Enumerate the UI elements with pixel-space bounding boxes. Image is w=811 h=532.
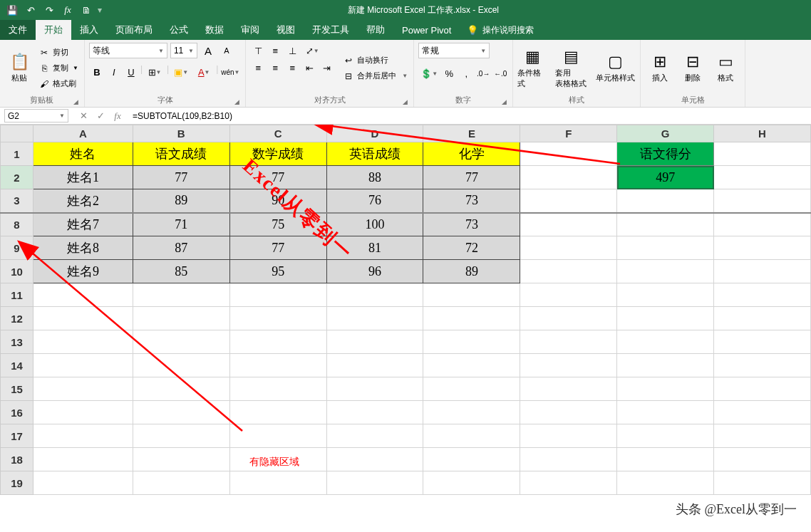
decrease-indent-button[interactable]: ⇤ xyxy=(301,60,317,75)
font-size-dropdown[interactable]: 11▼ xyxy=(170,43,197,58)
underline-button[interactable]: U xyxy=(123,64,139,80)
cell-H17[interactable] xyxy=(714,424,811,448)
tell-me-search[interactable]: 💡 操作说明搜索 xyxy=(467,20,534,40)
cell-styles-button[interactable]: ▢单元格样式 xyxy=(594,43,636,93)
increase-decimal-button[interactable]: .0→ xyxy=(475,66,491,81)
cell-D1[interactable]: 英语成绩 xyxy=(326,142,423,166)
cell-G10[interactable] xyxy=(617,260,714,283)
cell-C9[interactable]: 77 xyxy=(229,236,326,260)
cell-H12[interactable] xyxy=(714,307,811,330)
cell-C2[interactable]: 77 xyxy=(229,166,326,189)
cell-D16[interactable] xyxy=(326,401,423,424)
accept-formula-button[interactable]: ✓ xyxy=(93,110,108,121)
border-button[interactable]: ⊞▼ xyxy=(144,64,165,80)
cell-C8[interactable]: 75 xyxy=(229,213,326,236)
cell-E3[interactable]: 73 xyxy=(423,189,520,213)
cell-G14[interactable] xyxy=(617,354,714,377)
delete-cells-button[interactable]: ⊟删除 xyxy=(678,43,708,93)
col-head-B[interactable]: B xyxy=(133,125,229,142)
undo-button[interactable]: ↶ xyxy=(23,2,38,18)
cell-C14[interactable] xyxy=(229,354,326,377)
align-right-button[interactable]: ≡ xyxy=(284,60,300,75)
cell-B1[interactable]: 语文成绩 xyxy=(133,142,229,166)
col-head-A[interactable]: A xyxy=(33,125,133,142)
cell-H19[interactable] xyxy=(714,471,811,495)
cell-H13[interactable] xyxy=(714,330,811,354)
format-cells-button[interactable]: ▭格式 xyxy=(711,43,740,93)
insert-function-button[interactable]: fx xyxy=(110,110,125,122)
cell-A11[interactable] xyxy=(33,283,133,307)
cell-E17[interactable] xyxy=(423,424,520,448)
select-all-corner[interactable] xyxy=(1,125,33,142)
cell-G12[interactable] xyxy=(617,307,714,330)
cell-B8[interactable]: 71 xyxy=(133,213,229,236)
cell-F19[interactable] xyxy=(520,471,617,495)
cell-C3[interactable]: 90 xyxy=(229,189,326,213)
cell-A15[interactable] xyxy=(33,377,133,401)
cell-F16[interactable] xyxy=(520,401,617,424)
cell-C11[interactable] xyxy=(229,283,326,307)
cell-C10[interactable]: 95 xyxy=(229,260,326,283)
cell-H1[interactable] xyxy=(714,142,811,166)
tab-data[interactable]: 数据 xyxy=(197,20,232,40)
cell-A14[interactable] xyxy=(33,354,133,377)
tab-review[interactable]: 审阅 xyxy=(232,20,268,40)
cell-E9[interactable]: 72 xyxy=(423,236,520,260)
redo-button[interactable]: ↷ xyxy=(41,2,57,18)
cell-F11[interactable] xyxy=(520,283,617,307)
cell-D18[interactable] xyxy=(326,448,423,471)
cell-H3[interactable] xyxy=(714,189,811,213)
tab-developer[interactable]: 开发工具 xyxy=(304,20,358,40)
cell-F18[interactable] xyxy=(520,448,617,471)
qat-more-icon[interactable]: ▾ xyxy=(97,5,103,15)
row-head-11[interactable]: 11 xyxy=(1,283,33,307)
row-head-3[interactable]: 3 xyxy=(1,189,33,213)
cell-G9[interactable] xyxy=(617,236,714,260)
cell-E8[interactable]: 73 xyxy=(423,213,520,236)
cell-D9[interactable]: 81 xyxy=(326,236,423,260)
cell-E14[interactable] xyxy=(423,354,520,377)
cell-G16[interactable] xyxy=(617,401,714,424)
cell-A2[interactable]: 姓名1 xyxy=(33,166,133,189)
increase-font-button[interactable]: A xyxy=(200,43,216,58)
cut-button[interactable]: ✂剪切 xyxy=(37,46,80,60)
row-head-8[interactable]: 8 xyxy=(1,213,33,236)
cell-F15[interactable] xyxy=(520,377,617,401)
cell-F14[interactable] xyxy=(520,354,617,377)
cell-G11[interactable] xyxy=(617,283,714,307)
cancel-formula-button[interactable]: ✕ xyxy=(76,110,91,121)
cell-D17[interactable] xyxy=(326,424,423,448)
cell-C15[interactable] xyxy=(229,377,326,401)
cell-B11[interactable] xyxy=(133,283,229,307)
cell-B12[interactable] xyxy=(133,307,229,330)
cell-B14[interactable] xyxy=(133,354,229,377)
cell-A8[interactable]: 姓名7 xyxy=(33,213,133,236)
insert-cells-button[interactable]: ⊞插入 xyxy=(645,43,675,93)
cell-F9[interactable] xyxy=(520,236,617,260)
cell-A16[interactable] xyxy=(33,401,133,424)
row-head-17[interactable]: 17 xyxy=(1,424,33,448)
tab-file[interactable]: 文件 xyxy=(0,20,36,40)
cell-D10[interactable]: 96 xyxy=(326,260,423,283)
tab-powerpivot[interactable]: Power Pivot xyxy=(393,20,460,40)
row-head-9[interactable]: 9 xyxy=(1,236,33,260)
row-head-19[interactable]: 19 xyxy=(1,471,33,495)
cell-C1[interactable]: 数学成绩 xyxy=(229,142,326,166)
font-color-button[interactable]: A▼ xyxy=(193,64,215,80)
cell-C16[interactable] xyxy=(229,401,326,424)
cell-B15[interactable] xyxy=(133,377,229,401)
cell-E15[interactable] xyxy=(423,377,520,401)
cell-D8[interactable]: 100 xyxy=(326,213,423,236)
row-head-10[interactable]: 10 xyxy=(1,260,33,283)
cell-H10[interactable] xyxy=(714,260,811,283)
cell-C19[interactable] xyxy=(229,471,326,495)
cell-G15[interactable] xyxy=(617,377,714,401)
cell-A1[interactable]: 姓名 xyxy=(33,142,133,166)
cell-F17[interactable] xyxy=(520,424,617,448)
cell-E10[interactable]: 89 xyxy=(423,260,520,283)
cell-F3[interactable] xyxy=(520,189,617,213)
cell-D11[interactable] xyxy=(326,283,423,307)
font-name-dropdown[interactable]: 等线▼ xyxy=(89,43,167,58)
cell-H8[interactable] xyxy=(714,213,811,236)
tab-formulas[interactable]: 公式 xyxy=(161,20,197,40)
